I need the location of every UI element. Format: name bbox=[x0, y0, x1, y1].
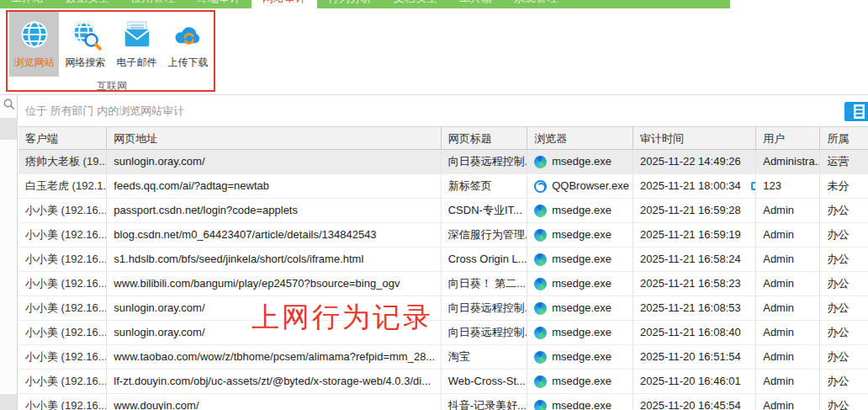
cell-title: 向日葵远程控制... bbox=[442, 296, 527, 320]
cloud-sync-icon bbox=[172, 18, 205, 51]
browser-icon bbox=[534, 156, 547, 168]
browser-icon bbox=[534, 278, 547, 290]
tab-2[interactable]: 数据安全 bbox=[55, 0, 120, 8]
tab-5[interactable]: 网站审计 bbox=[251, 0, 317, 8]
cell-time: 2025-11-21 18:00:34 bbox=[633, 174, 756, 198]
table-row[interactable]: 小小美 (192.16... www.taobao.com/wow/z/tbho… bbox=[19, 345, 868, 370]
tab-3[interactable]: 应用管理 bbox=[120, 0, 186, 8]
ribbon-button-label: 网络搜索 bbox=[66, 56, 106, 70]
cell-client: 小小美 (192.16... bbox=[19, 199, 107, 222]
cell-title: 向日葵远程控制... bbox=[442, 321, 527, 344]
cell-client: 痞帅大老板 (19... bbox=[19, 150, 107, 173]
cell-browser: msedge.exe bbox=[527, 248, 633, 271]
top-menu-bar: 工作站数据安全应用管理终端审计网站审计行为分析文档安全工具箱系统管理 bbox=[0, 0, 868, 8]
mail-icon bbox=[120, 18, 154, 51]
table-row[interactable]: 小小美 (192.16... sunlogin.oray.com/ 向日葵远程控… bbox=[19, 321, 868, 345]
tab-6[interactable]: 行为分析 bbox=[317, 0, 383, 8]
cell-url: sunlogin.oray.com/ bbox=[107, 150, 441, 173]
table-header-row: 客户端 网页地址 网页标题 浏览器 审计时间 用户 所属 bbox=[19, 126, 868, 150]
cell-dept: 办公 bbox=[820, 370, 868, 393]
cell-url: feeds.qq.com/ai/?adtag=newtab bbox=[107, 174, 441, 198]
table-row[interactable]: 小小美 (192.16... sunlogin.oray.com/ 向日葵远程控… bbox=[19, 296, 868, 321]
cell-client: 小小美 (192.16... bbox=[19, 248, 107, 271]
table-body: 痞帅大老板 (19... sunlogin.oray.com/ 向日葵远程控制.… bbox=[19, 150, 868, 410]
cell-browser: msedge.exe bbox=[527, 370, 633, 393]
ribbon-button-label: 上传下载 bbox=[168, 56, 209, 70]
col-header-title[interactable]: 网页标题 bbox=[442, 127, 527, 149]
tab-9[interactable]: 系统管理 bbox=[503, 0, 569, 8]
browser-icon bbox=[534, 229, 547, 242]
cell-dept: 办公 bbox=[820, 199, 868, 222]
col-header-url[interactable]: 网页地址 bbox=[107, 127, 441, 149]
browser-icon bbox=[534, 375, 547, 388]
col-header-time[interactable]: 审计时间 bbox=[633, 127, 756, 149]
cell-user: Admin bbox=[756, 321, 820, 344]
cell-time: 2025-11-21 16:08:53 bbox=[633, 296, 756, 320]
table-row[interactable]: 小小美 (192.16... blog.csdn.net/m0_64423407… bbox=[19, 223, 868, 248]
ribbon-button-web-search[interactable]: 网络搜索 bbox=[61, 11, 110, 77]
cell-time: 2025-11-21 16:58:23 bbox=[633, 272, 756, 296]
tab-bar: 工作站数据安全应用管理终端审计网站审计行为分析文档安全工具箱系统管理 bbox=[0, 0, 569, 8]
cell-time: 2025-11-21 16:59:19 bbox=[633, 223, 756, 247]
table-row[interactable]: 小小美 (192.16... s1.hdslb.com/bfs/seed/jin… bbox=[19, 248, 868, 272]
detail-view-icon[interactable] bbox=[844, 102, 868, 121]
cell-client: 小小美 (192.16... bbox=[19, 321, 107, 344]
cell-user: Administra... bbox=[756, 150, 820, 173]
cell-title: CSDN-专业IT... bbox=[442, 199, 527, 222]
browser-icon bbox=[534, 351, 547, 364]
cell-url: lf-zt.douyin.com/obj/uc-assets/zt/@byted… bbox=[107, 370, 441, 393]
search-icon[interactable] bbox=[3, 98, 16, 111]
cell-client: 白玉老虎 (192.1... bbox=[19, 174, 107, 198]
cell-user: Admin bbox=[756, 394, 820, 410]
col-header-client[interactable]: 客户端 bbox=[19, 127, 107, 149]
cell-dept: 办公 bbox=[820, 248, 868, 271]
table-row[interactable]: 小小美 (192.16... www.douyin.com/ 抖音-记录美好..… bbox=[19, 394, 868, 410]
browser-icon bbox=[534, 253, 547, 266]
cell-title: 新标签页 bbox=[442, 174, 527, 198]
browser-icon bbox=[534, 302, 547, 315]
table-row[interactable]: 小小美 (192.16... www.bilibili.com/bangumi/… bbox=[19, 272, 868, 296]
table-row[interactable]: 小小美 (192.16... passport.csdn.net/login?c… bbox=[19, 199, 868, 223]
browser-icon bbox=[534, 180, 547, 193]
left-sidebar-strip bbox=[0, 95, 18, 410]
cell-dept: 办公 bbox=[820, 394, 868, 410]
cell-time: 2025-11-20 16:46:01 bbox=[633, 370, 756, 393]
tab-7[interactable]: 文档安全 bbox=[383, 0, 448, 8]
col-header-browser[interactable]: 浏览器 bbox=[527, 127, 633, 149]
cell-dept: 办公 bbox=[820, 223, 868, 247]
cell-title: 向日葵远程控制... bbox=[442, 150, 527, 173]
cell-dept: 办公 bbox=[820, 272, 868, 296]
cell-url: sunlogin.oray.com/ bbox=[107, 321, 441, 344]
ribbon-group-label: 互联网 bbox=[8, 79, 215, 93]
tab-4[interactable]: 终端审计 bbox=[186, 0, 251, 8]
cell-title: 抖音-记录美好... bbox=[442, 394, 527, 410]
browser-icon bbox=[534, 400, 547, 410]
tab-1[interactable]: 工作站 bbox=[0, 0, 55, 8]
cell-dept: 未分 bbox=[820, 174, 868, 198]
browser-icon bbox=[534, 205, 547, 217]
cell-user: Admin bbox=[756, 345, 820, 369]
cell-time: 2025-11-21 16:59:28 bbox=[633, 199, 756, 222]
table-row[interactable]: 痞帅大老板 (19... sunlogin.oray.com/ 向日葵远程控制.… bbox=[19, 150, 868, 174]
cell-url: www.bilibili.com/bangumi/play/ep24570?bs… bbox=[107, 272, 441, 296]
cell-title: 向日葵！ 第二... bbox=[442, 272, 527, 296]
cell-user: Admin bbox=[756, 199, 820, 222]
cell-user: Admin bbox=[756, 296, 820, 320]
strip-divider-block bbox=[0, 118, 17, 140]
tab-8[interactable]: 工具箱 bbox=[448, 0, 503, 8]
ribbon-button-email[interactable]: 电子邮件 bbox=[112, 11, 161, 77]
cell-browser: msedge.exe bbox=[527, 321, 633, 344]
table-row[interactable]: 小小美 (192.16... lf-zt.douyin.com/obj/uc-a… bbox=[19, 370, 868, 394]
col-header-user[interactable]: 用户 bbox=[756, 127, 820, 149]
ribbon: 浏览网站 网络搜索 bbox=[0, 8, 868, 95]
col-header-dept[interactable]: 所属 bbox=[820, 127, 868, 149]
cell-dept: 办公 bbox=[820, 321, 868, 344]
cell-title: 深信服行为管理... bbox=[442, 223, 527, 247]
table-row[interactable]: 白玉老虎 (192.1... feeds.qq.com/ai/?adtag=ne… bbox=[19, 174, 868, 199]
ribbon-button-upload-download[interactable]: 上传下载 bbox=[163, 11, 213, 77]
cell-title: Web-Cross-St... bbox=[442, 370, 527, 393]
cell-browser: QQBrowser.exe bbox=[527, 174, 633, 198]
cell-user: Admin bbox=[756, 272, 820, 296]
ribbon-button-browse-website[interactable]: 浏览网站 bbox=[9, 11, 59, 77]
cell-browser: msedge.exe bbox=[527, 272, 633, 296]
